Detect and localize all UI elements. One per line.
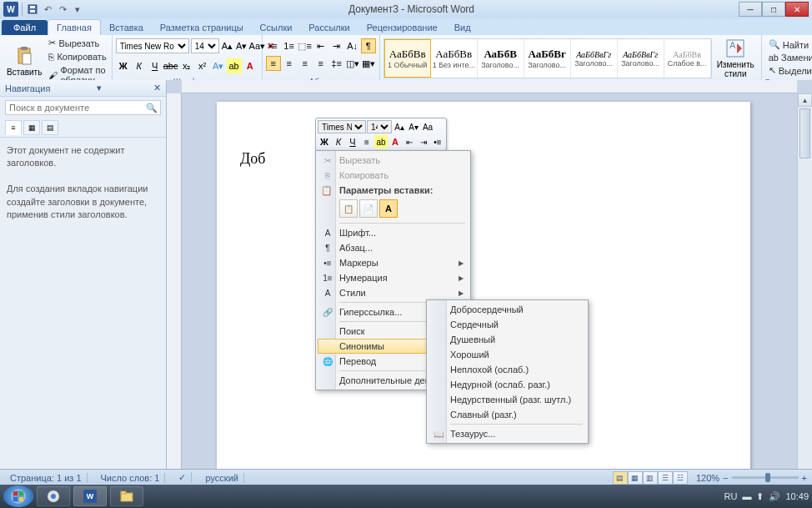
synonym-item-0[interactable]: Добросердечный [429,302,586,317]
start-button[interactable] [3,485,33,507]
paste-opt-keep-source[interactable]: 📋 [339,199,358,218]
taskbar-chrome[interactable] [37,486,70,506]
navpane-search-input[interactable] [5,100,161,115]
tab-home[interactable]: Главная [48,19,101,35]
zoom-in-icon[interactable]: + [802,473,807,483]
qat-save-icon[interactable] [26,3,39,16]
mini-size-select[interactable]: 14 [367,120,392,133]
taskbar-explorer[interactable] [110,486,143,506]
vertical-scrollbar[interactable]: ▲ [797,93,812,485]
line-spacing-icon[interactable]: ‡≡ [329,56,344,71]
style-heading3[interactable]: АаБбВвГгЗаголово... [571,39,618,78]
subscript-button[interactable]: x₂ [179,58,194,73]
mini-bold-icon[interactable]: Ж [318,135,331,148]
tab-file[interactable]: Файл [2,20,48,35]
tray-clock[interactable]: 10:49 [785,491,809,501]
status-language[interactable]: русский [200,473,243,483]
status-spellcheck-icon[interactable]: ✓ [173,472,192,483]
cut-button[interactable]: ✂Вырезать [47,37,108,49]
synonym-item-4[interactable]: Неплохой (ослаб.) [429,362,586,377]
scrollbar-thumb[interactable] [799,108,810,158]
close-button[interactable]: ✕ [785,2,809,17]
navpane-tab-results[interactable]: ▤ [42,120,58,135]
vertical-ruler[interactable] [167,93,182,485]
navpane-dropdown-icon[interactable]: ▾ [97,83,102,93]
style-heading2[interactable]: АаБбВгЗаголово... [524,39,571,78]
font-size-select[interactable]: 14 [191,38,219,53]
synonym-item-2[interactable]: Душевный [429,332,586,347]
strike-button[interactable]: abc [163,58,178,73]
style-heading4[interactable]: АаБбВвГгЗаголово... [618,39,664,78]
minimize-button[interactable]: ─ [739,2,762,17]
indent-increase-icon[interactable]: ⇥ [329,38,344,53]
tab-mailings[interactable]: Рассылки [300,20,358,35]
view-outline-icon[interactable]: ☰ [658,471,673,485]
style-normal[interactable]: АаБбВв1 Обычный [384,39,431,78]
tray-network-icon[interactable]: ⬆ [756,491,764,502]
text-effects-icon[interactable]: A▾ [211,58,226,73]
mini-indent-inc-icon[interactable]: ⇥ [417,135,430,148]
zoom-value[interactable]: 120% [696,473,719,483]
paste-opt-merge[interactable]: 📄 [359,199,378,218]
search-icon[interactable]: 🔍 [146,103,158,113]
mini-indent-dec-icon[interactable]: ⇤ [403,135,416,148]
synonym-item-5[interactable]: Недурной (ослаб. разг.) [429,377,586,392]
shading-icon[interactable]: ◫▾ [345,56,360,71]
replace-button[interactable]: abЗаменить [767,52,812,63]
navpane-tab-headings[interactable]: ≡ [5,120,22,135]
navpane-close-icon[interactable]: ✕ [153,83,161,93]
synonym-item-1[interactable]: Сердечный [429,317,586,332]
scroll-up-icon[interactable]: ▲ [798,93,812,107]
view-print-icon[interactable]: ▤ [613,471,628,485]
align-right-icon[interactable]: ≡ [298,56,313,71]
synonym-thesaurus[interactable]: 📖Тезаурус... [429,426,586,441]
tab-pagelayout[interactable]: Разметка страницы [152,20,252,35]
style-heading1[interactable]: АаБбВЗаголово... [478,39,524,78]
shrink-font-icon[interactable]: A▾ [235,38,248,53]
mini-align-icon[interactable]: ≡ [360,135,373,148]
align-center-icon[interactable]: ≡ [282,56,297,71]
tab-insert[interactable]: Вставка [101,20,152,35]
ctx-font[interactable]: AШрифт... [318,225,469,240]
tab-references[interactable]: Ссылки [252,20,301,35]
borders-icon[interactable]: ▦▾ [361,56,376,71]
mini-bullets-icon[interactable]: •≡ [431,135,444,148]
font-name-select[interactable]: Times New Ro [116,38,189,53]
tray-lang[interactable]: RU [724,491,738,501]
mini-highlight-icon[interactable]: ab [374,135,388,148]
mini-shrink-icon[interactable]: A▾ [407,120,420,133]
copy-button[interactable]: ⎘Копировать [47,51,108,63]
mini-grow-icon[interactable]: A▴ [393,120,406,133]
underline-button[interactable]: Ч [148,58,163,73]
style-subtle[interactable]: АаБбВвСлабое в... [664,39,711,78]
view-reading-icon[interactable]: ▦ [628,471,643,485]
tray-flag-icon[interactable]: ▬ [742,491,751,501]
status-page[interactable]: Страница: 1 из 1 [5,473,88,483]
ctx-styles[interactable]: AСтили▶ [318,285,469,300]
mini-underline-icon[interactable]: Ч [346,135,359,148]
mini-font-select[interactable]: Times Ne [318,120,366,133]
style-gallery[interactable]: АаБбВв1 Обычный АаБбВв1 Без инте... АаБб… [383,38,712,78]
align-left-icon[interactable]: ≡ [266,56,281,71]
status-words[interactable]: Число слов: 1 [96,473,166,483]
highlight-icon[interactable]: ab [227,58,242,73]
change-styles-button[interactable]: A Изменить стили [714,37,758,80]
mini-fontcolor-icon[interactable]: A [388,135,402,148]
style-nospacing[interactable]: АаБбВв1 Без инте... [431,39,478,78]
grow-font-icon[interactable]: A▴ [221,38,233,53]
paste-button[interactable]: Вставить [3,44,45,78]
word-app-icon[interactable]: W [3,2,18,17]
ctx-numbering[interactable]: 1≡Нумерация▶ [318,270,469,285]
italic-button[interactable]: К [132,58,147,73]
multilevel-icon[interactable]: ⬚≡ [298,38,313,53]
taskbar-word[interactable]: W [73,486,107,506]
superscript-button[interactable]: x² [195,58,210,73]
synonym-item-6[interactable]: Недурственный (разг. шутл.) [429,392,586,407]
tab-view[interactable]: Вид [446,20,479,35]
zoom-out-icon[interactable]: − [723,473,728,483]
view-web-icon[interactable]: ▥ [643,471,658,485]
bullets-icon[interactable]: •≡ [266,38,281,53]
bold-button[interactable]: Ж [116,58,131,73]
indent-decrease-icon[interactable]: ⇤ [313,38,328,53]
mini-italic-icon[interactable]: К [332,135,345,148]
